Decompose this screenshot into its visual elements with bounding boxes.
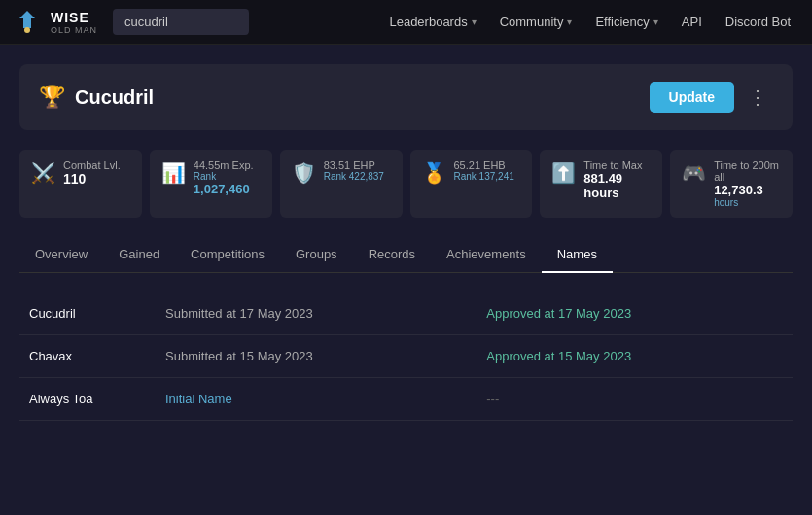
table-row: CucudrilSubmitted at 17 May 2023Approved… [19,292,793,335]
stat-combat-value: 110 [63,171,121,187]
chevron-down-icon: ▾ [472,17,477,27]
more-options-button[interactable]: ⋮ [742,82,773,113]
table-row: Always ToaInitial Name--- [19,378,793,421]
names-table: CucudrilSubmitted at 17 May 2023Approved… [19,292,793,421]
search-input[interactable] [113,9,249,35]
stat-exp-rank-value: 1,027,460 [194,182,254,196]
update-button[interactable]: Update [650,82,734,113]
nav-efficiency[interactable]: Efficiency ▾ [585,9,667,35]
nav-community[interactable]: Community ▾ [490,9,583,35]
stat-ehp: 🛡️ 83.51 EHP Rank 422,837 [280,150,403,218]
stat-time-200m-unit: hours [714,197,781,208]
profile-card: 🏆 Cucudril Update ⋮ [19,64,793,130]
nav-items: Leaderboards ▾ Community ▾ Efficiency ▾ … [379,9,800,35]
navbar: WISE OLD MAN Leaderboards ▾ Community ▾ … [0,0,812,45]
stat-exp-label: 44.55m Exp. [194,159,254,171]
approved-cell: Approved at 17 May 2023 [477,292,793,335]
time-200m-icon: 🎮 [682,161,706,185]
tab-achievements[interactable]: Achievements [431,237,542,273]
nav-discord[interactable]: Discord Bot [716,9,800,35]
stat-time-200m-label: Time to 200m all [714,159,781,183]
stat-time-max-value: 881.49 hours [583,171,651,200]
tab-competitions[interactable]: Competitions [175,237,280,273]
name-cell: Chavax [19,335,156,378]
stat-ehp-label: 83.51 EHP [324,159,384,171]
time-max-icon: ⬆️ [551,161,576,185]
table-row: ChavaxSubmitted at 15 May 2023Approved a… [19,335,793,378]
trophy-icon: 🏆 [39,85,65,110]
stat-time-200m: 🎮 Time to 200m all 12,730.3 hours [670,150,793,218]
wise-logo-icon [14,9,41,36]
nav-leaderboards[interactable]: Leaderboards ▾ [379,9,485,35]
stats-grid: ⚔️ Combat Lvl. 110 📊 44.55m Exp. Rank 1,… [19,150,793,218]
svg-marker-0 [19,11,35,28]
brand: WISE OLD MAN [12,7,97,38]
stat-ehb: 🏅 65.21 EHB Rank 137,241 [410,150,533,218]
submitted-cell: Submitted at 15 May 2023 [156,335,477,378]
ehp-icon: 🛡️ [292,161,316,185]
stat-time-to-max: ⬆️ Time to Max 881.49 hours [540,150,662,218]
tab-gained[interactable]: Gained [103,237,175,273]
brand-text: WISE OLD MAN [51,10,97,35]
stat-combat-label: Combat Lvl. [63,159,121,171]
stat-exp-rank-label: Rank [194,171,254,182]
nav-api[interactable]: API [672,9,712,35]
tab-names[interactable]: Names [542,237,613,273]
svg-point-1 [24,27,30,33]
stat-time-200m-value: 12,730.3 [714,183,781,197]
name-cell: Always Toa [19,378,156,421]
submitted-cell[interactable]: Initial Name [156,378,477,421]
tab-groups[interactable]: Groups [280,237,353,273]
stat-ehp-rank: Rank 422,837 [324,171,384,182]
profile-actions: Update ⋮ [650,82,773,113]
combat-icon: ⚔️ [31,161,55,185]
stat-ehb-label: 65.21 EHB [454,159,514,171]
stat-ehb-rank: Rank 137,241 [454,171,514,182]
tab-overview[interactable]: Overview [19,237,103,273]
submitted-cell: Submitted at 17 May 2023 [156,292,477,335]
exp-icon: 📊 [161,161,186,185]
chevron-down-icon: ▾ [567,17,572,27]
chevron-down-icon: ▾ [653,17,658,27]
approved-cell: --- [477,378,793,421]
brand-icon [12,7,43,38]
stat-combat: ⚔️ Combat Lvl. 110 [19,150,142,218]
tab-records[interactable]: Records [353,237,431,273]
ehb-icon: 🏅 [422,161,446,185]
profile-left: 🏆 Cucudril [39,85,154,110]
brand-subtitle: OLD MAN [51,25,97,35]
brand-title: WISE [51,10,97,25]
profile-name: Cucudril [75,86,154,109]
name-cell: Cucudril [19,292,156,335]
stat-exp: 📊 44.55m Exp. Rank 1,027,460 [150,150,272,218]
approved-cell: Approved at 15 May 2023 [477,335,793,378]
main-content: 🏆 Cucudril Update ⋮ ⚔️ Combat Lvl. 110 📊… [0,45,812,440]
stat-time-max-label: Time to Max [583,159,651,171]
tabs: Overview Gained Competitions Groups Reco… [19,237,793,273]
